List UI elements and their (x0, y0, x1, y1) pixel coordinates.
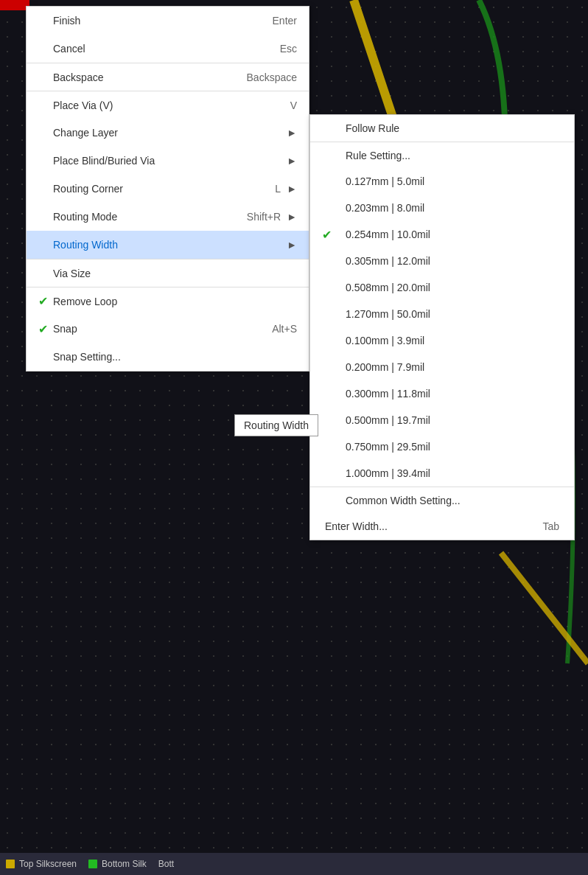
routing-width-arrow: ► (287, 239, 297, 251)
menu-item-routing-mode[interactable]: Routing Mode Shift+R ► (27, 203, 309, 231)
menu-item-place-blind-via[interactable]: Place Blind/Buried Via ► (27, 147, 309, 175)
submenu-rule-setting[interactable]: Rule Setting... (310, 142, 574, 168)
cancel-label: Cancel (53, 43, 268, 55)
submenu-w0500[interactable]: 0.500mm | 19.7mil (310, 407, 574, 433)
bott-label: Bott (158, 859, 174, 869)
w1000-label: 1.000mm | 39.4mil (346, 467, 559, 479)
menu-item-snap-setting[interactable]: Snap Setting... (27, 343, 309, 371)
finish-shortcut: Enter (273, 15, 297, 27)
submenu-w0750[interactable]: 0.750mm | 29.5mil (310, 433, 574, 460)
w0300-label: 0.300mm | 11.8mil (346, 388, 559, 400)
routing-corner-label: Routing Corner (53, 183, 263, 195)
menu-item-finish[interactable]: Finish Enter (27, 7, 309, 35)
w0254-label: 0.254mm | 10.0mil (346, 229, 559, 240)
context-menu: Finish Enter Cancel Esc Backspace Backsp… (26, 6, 309, 372)
menu-item-remove-loop[interactable]: ✔ Remove Loop (27, 287, 309, 315)
w0127-label: 0.127mm | 5.0mil (346, 175, 559, 187)
w0750-label: 0.750mm | 29.5mil (346, 441, 559, 453)
submenu-follow-rule[interactable]: Follow Rule (310, 115, 574, 142)
submenu-w0127[interactable]: 0.127mm | 5.0mil (310, 168, 574, 195)
common-width-label: Common Width Setting... (346, 495, 559, 506)
routing-width-label: Routing Width (53, 239, 281, 251)
snap-check: ✔ (38, 322, 53, 336)
w0254-check: ✔ (322, 228, 332, 242)
follow-rule-label: Follow Rule (346, 122, 559, 134)
menu-item-snap[interactable]: ✔ Snap Alt+S (27, 315, 309, 343)
snap-shortcut: Alt+S (272, 323, 297, 335)
place-via-shortcut: V (290, 100, 297, 111)
snap-label: Snap (53, 323, 260, 335)
place-blind-label: Place Blind/Buried Via (53, 155, 281, 167)
submenu-w0203[interactable]: 0.203mm | 8.0mil (310, 195, 574, 221)
routing-corner-arrow: ► (287, 183, 297, 195)
menu-item-change-layer[interactable]: Change Layer ► (27, 119, 309, 147)
menu-item-cancel[interactable]: Cancel Esc (27, 35, 309, 63)
bottom-silk-dot (88, 860, 97, 868)
status-bar: Top Silkscreen Bottom Silk Bott (0, 853, 588, 875)
submenu-w1270[interactable]: 1.270mm | 50.0mil (310, 301, 574, 327)
backspace-shortcut: Backspace (247, 72, 297, 83)
status-top-silkscreen[interactable]: Top Silkscreen (6, 859, 77, 869)
submenu-enter-width[interactable]: Enter Width... Tab (310, 513, 574, 540)
status-bottom-silk[interactable]: Bottom Silk (88, 859, 147, 869)
menu-item-via-size[interactable]: Via Size (27, 259, 309, 287)
red-corner-indicator (0, 0, 29, 10)
enter-width-label: Enter Width... (325, 520, 542, 532)
submenu-w1000[interactable]: 1.000mm | 39.4mil (310, 460, 574, 487)
remove-loop-label: Remove Loop (53, 296, 297, 307)
submenu-w0300[interactable]: 0.300mm | 11.8mil (310, 380, 574, 407)
routing-width-tooltip: Routing Width (234, 414, 318, 436)
via-size-label: Via Size (53, 268, 297, 279)
remove-loop-check: ✔ (38, 294, 53, 308)
cancel-shortcut: Esc (280, 43, 297, 55)
routing-width-tooltip-label: Routing Width (244, 419, 309, 431)
change-layer-arrow: ► (287, 127, 297, 139)
enter-width-shortcut: Tab (542, 520, 559, 532)
place-via-label: Place Via (V) (53, 100, 279, 111)
snap-setting-label: Snap Setting... (53, 351, 297, 363)
submenu-w0254[interactable]: ✔ 0.254mm | 10.0mil (310, 221, 574, 248)
w0508-label: 0.508mm | 20.0mil (346, 282, 559, 293)
status-bott[interactable]: Bott (158, 859, 174, 869)
routing-mode-label: Routing Mode (53, 211, 235, 223)
rule-setting-label: Rule Setting... (346, 150, 559, 161)
submenu-w0200[interactable]: 0.200mm | 7.9mil (310, 354, 574, 380)
menu-item-routing-width[interactable]: Routing Width ► (27, 231, 309, 259)
submenu-w0100[interactable]: 0.100mm | 3.9mil (310, 327, 574, 354)
finish-label: Finish (53, 15, 261, 27)
submenu-w0305[interactable]: 0.305mm | 12.0mil (310, 248, 574, 274)
w1270-label: 1.270mm | 50.0mil (346, 308, 559, 320)
w0100-label: 0.100mm | 3.9mil (346, 335, 559, 346)
backspace-label: Backspace (53, 72, 235, 83)
top-silkscreen-label: Top Silkscreen (19, 859, 77, 869)
bottom-silk-label: Bottom Silk (102, 859, 147, 869)
menu-item-place-via[interactable]: Place Via (V) V (27, 91, 309, 119)
submenu-common-width[interactable]: Common Width Setting... (310, 487, 574, 513)
w0203-label: 0.203mm | 8.0mil (346, 202, 559, 214)
menu-item-backspace[interactable]: Backspace Backspace (27, 63, 309, 91)
w0500-label: 0.500mm | 19.7mil (346, 414, 559, 426)
w0200-label: 0.200mm | 7.9mil (346, 361, 559, 373)
submenu-w0508[interactable]: 0.508mm | 20.0mil (310, 274, 574, 301)
place-blind-arrow: ► (287, 155, 297, 167)
routing-corner-shortcut: L (275, 183, 281, 195)
w0305-label: 0.305mm | 12.0mil (346, 255, 559, 267)
change-layer-label: Change Layer (53, 127, 281, 139)
menu-item-routing-corner[interactable]: Routing Corner L ► (27, 175, 309, 203)
routing-mode-arrow: ► (287, 211, 297, 223)
top-silkscreen-dot (6, 860, 15, 868)
routing-mode-shortcut: Shift+R (247, 211, 281, 223)
submenu-routing-width: Follow Rule Rule Setting... 0.127mm | 5.… (309, 114, 575, 540)
